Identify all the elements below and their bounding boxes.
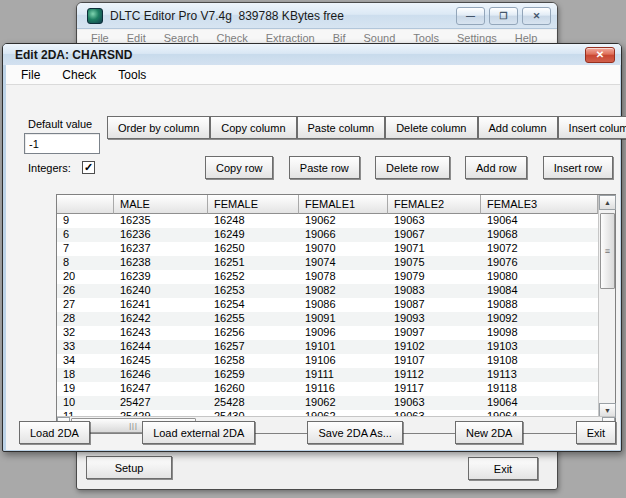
data-cell[interactable]: 16235 bbox=[114, 214, 208, 228]
data-cell[interactable]: 19070 bbox=[299, 242, 388, 256]
data-cell[interactable]: 16242 bbox=[114, 312, 208, 326]
data-cell[interactable]: 16246 bbox=[114, 368, 208, 382]
data-cell[interactable]: 19064 bbox=[481, 214, 598, 228]
data-cell[interactable]: 19067 bbox=[388, 228, 481, 242]
column-header-rowlabel[interactable] bbox=[57, 195, 114, 214]
data-cell[interactable]: 16244 bbox=[114, 340, 208, 354]
column-header-female3[interactable]: FEMALE3 bbox=[481, 195, 598, 214]
add-row-button[interactable]: Add row bbox=[465, 156, 527, 179]
scroll-up-button[interactable]: ▲ bbox=[599, 195, 616, 210]
paste-column-button[interactable]: Paste column bbox=[297, 116, 386, 139]
table-row[interactable]: 71623716250190701907119072 bbox=[57, 242, 598, 256]
maximize-button[interactable]: ❐ bbox=[489, 7, 518, 25]
data-cell[interactable]: 19111 bbox=[299, 368, 388, 382]
row-label-cell[interactable]: 34 bbox=[57, 354, 114, 368]
data-cell[interactable]: 16247 bbox=[114, 382, 208, 396]
data-cell[interactable]: 16239 bbox=[114, 270, 208, 284]
data-cell[interactable]: 16238 bbox=[114, 256, 208, 270]
exit-button[interactable]: Exit bbox=[576, 421, 616, 444]
data-cell[interactable]: 16243 bbox=[114, 326, 208, 340]
row-label-cell[interactable]: 6 bbox=[57, 228, 114, 242]
insert-column-button[interactable]: Insert column bbox=[558, 116, 626, 139]
data-cell[interactable]: 19098 bbox=[481, 326, 598, 340]
data-cell[interactable]: 19066 bbox=[299, 228, 388, 242]
data-cell[interactable]: 19116 bbox=[299, 382, 388, 396]
vertical-scrollbar[interactable]: ▲ ≡ ▼ bbox=[598, 195, 615, 418]
row-label-cell[interactable]: 27 bbox=[57, 298, 114, 312]
data-cell[interactable]: 16252 bbox=[208, 270, 299, 284]
table-row[interactable]: 81623816251190741907519076 bbox=[57, 256, 598, 270]
column-header-female1[interactable]: FEMALE1 bbox=[299, 195, 388, 214]
data-cell[interactable]: 16260 bbox=[208, 382, 299, 396]
row-label-cell[interactable]: 33 bbox=[57, 340, 114, 354]
vertical-scroll-thumb[interactable]: ≡ bbox=[600, 213, 615, 289]
data-cell[interactable]: 19086 bbox=[299, 298, 388, 312]
data-cell[interactable]: 19117 bbox=[388, 382, 481, 396]
row-label-cell[interactable]: 18 bbox=[57, 368, 114, 382]
table-row[interactable]: 181624616259191111911219113 bbox=[57, 368, 598, 382]
edit-2da-close-button[interactable]: ✕ bbox=[585, 47, 615, 63]
column-header-male[interactable]: MALE bbox=[114, 195, 208, 214]
table-row[interactable]: 321624316256190961909719098 bbox=[57, 326, 598, 340]
main-exit-button[interactable]: Exit bbox=[468, 457, 538, 480]
data-cell[interactable]: 19107 bbox=[388, 354, 481, 368]
data-cell[interactable]: 19103 bbox=[481, 340, 598, 354]
table-row[interactable]: 91623516248190621906319064 bbox=[57, 214, 598, 228]
close-button[interactable]: ✕ bbox=[522, 7, 551, 25]
data-cell[interactable]: 16236 bbox=[114, 228, 208, 242]
data-cell[interactable]: 19063 bbox=[388, 214, 481, 228]
row-label-cell[interactable]: 28 bbox=[57, 312, 114, 326]
integers-checkbox[interactable]: ✓ bbox=[82, 161, 95, 174]
data-cell[interactable]: 19113 bbox=[481, 368, 598, 382]
data-cell[interactable]: 16255 bbox=[208, 312, 299, 326]
row-label-cell[interactable]: 20 bbox=[57, 270, 114, 284]
data-cell[interactable]: 19080 bbox=[481, 270, 598, 284]
row-label-cell[interactable]: 9 bbox=[57, 214, 114, 228]
data-cell[interactable]: 16237 bbox=[114, 242, 208, 256]
data-cell[interactable]: 16249 bbox=[208, 228, 299, 242]
table-row[interactable]: 341624516258191061910719108 bbox=[57, 354, 598, 368]
row-label-cell[interactable]: 10 bbox=[57, 396, 114, 410]
column-header-female[interactable]: FEMALE bbox=[208, 195, 299, 214]
data-cell[interactable]: 19076 bbox=[481, 256, 598, 270]
save-2da-as-button[interactable]: Save 2DA As... bbox=[307, 421, 402, 444]
data-cell[interactable]: 19108 bbox=[481, 354, 598, 368]
row-label-cell[interactable]: 32 bbox=[57, 326, 114, 340]
data-cell[interactable]: 19075 bbox=[388, 256, 481, 270]
paste-row-button[interactable]: Paste row bbox=[289, 156, 360, 179]
data-cell[interactable]: 19063 bbox=[388, 396, 481, 410]
delete-column-button[interactable]: Delete column bbox=[385, 116, 477, 139]
data-cell[interactable]: 16240 bbox=[114, 284, 208, 298]
data-cell[interactable]: 16250 bbox=[208, 242, 299, 256]
add-column-button[interactable]: Add column bbox=[478, 116, 558, 139]
table-row[interactable]: 191624716260191161911719118 bbox=[57, 382, 598, 396]
delete-row-button[interactable]: Delete row bbox=[375, 156, 450, 179]
menu-file[interactable]: File bbox=[10, 68, 51, 82]
data-cell[interactable]: 19078 bbox=[299, 270, 388, 284]
data-cell[interactable]: 19106 bbox=[299, 354, 388, 368]
data-cell[interactable]: 19112 bbox=[388, 368, 481, 382]
table-row[interactable]: 201623916252190781907919080 bbox=[57, 270, 598, 284]
data-cell[interactable]: 19083 bbox=[388, 284, 481, 298]
data-cell[interactable]: 19072 bbox=[481, 242, 598, 256]
data-cell[interactable]: 19068 bbox=[481, 228, 598, 242]
new-2da-button[interactable]: New 2DA bbox=[455, 421, 523, 444]
table-row[interactable]: 102542725428190621906319064 bbox=[57, 396, 598, 410]
data-cell[interactable]: 19084 bbox=[481, 284, 598, 298]
data-cell[interactable]: 19087 bbox=[388, 298, 481, 312]
column-header-female2[interactable]: FEMALE2 bbox=[388, 195, 481, 214]
menu-tools[interactable]: Tools bbox=[107, 68, 157, 82]
data-cell[interactable]: 19074 bbox=[299, 256, 388, 270]
setup-button[interactable]: Setup bbox=[86, 456, 172, 479]
data-cell[interactable]: 19118 bbox=[481, 382, 598, 396]
data-cell[interactable]: 16253 bbox=[208, 284, 299, 298]
data-cell[interactable]: 19093 bbox=[388, 312, 481, 326]
menu-check[interactable]: Check bbox=[51, 68, 107, 82]
copy-row-button[interactable]: Copy row bbox=[205, 156, 273, 179]
data-cell[interactable]: 19102 bbox=[388, 340, 481, 354]
data-cell[interactable]: 16245 bbox=[114, 354, 208, 368]
load-external-2da-button[interactable]: Load external 2DA bbox=[142, 421, 255, 444]
data-cell[interactable]: 19062 bbox=[299, 214, 388, 228]
data-cell[interactable]: 19097 bbox=[388, 326, 481, 340]
data-cell[interactable]: 19062 bbox=[299, 396, 388, 410]
